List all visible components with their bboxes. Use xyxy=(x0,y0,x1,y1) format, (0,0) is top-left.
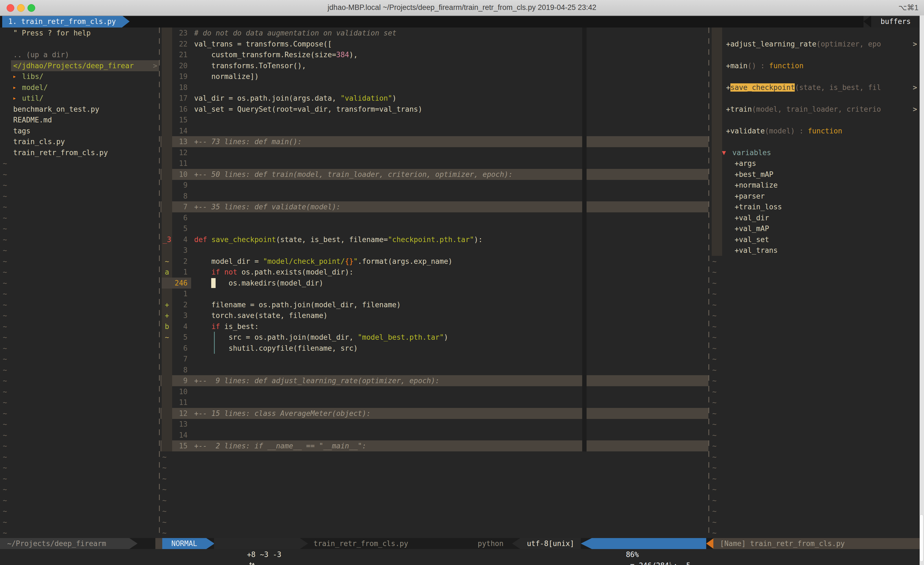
folded-line[interactable]: 15+-- 2 lines: if __name__ == "__main__"… xyxy=(160,440,708,451)
code-line[interactable]: 15 xyxy=(160,114,708,125)
line-number: 13 xyxy=(172,419,188,430)
empty-line: ~ xyxy=(710,419,919,430)
tree-item[interactable]: ▸model/ xyxy=(0,82,159,93)
tag-item[interactable]: +val_dir xyxy=(710,212,919,223)
window-separator[interactable] xyxy=(708,27,709,538)
tag-item[interactable]: +train_loss xyxy=(710,201,919,212)
code-line[interactable]: 1a if not os.path.exists(model_dir): xyxy=(160,266,708,278)
editor-panel[interactable]: 23# do not do data augmentation on valid… xyxy=(160,27,708,538)
command-line[interactable] xyxy=(0,549,924,565)
code-line[interactable]: 2~ model_dir = "model/check_point/{}".fo… xyxy=(160,256,708,267)
tag-item[interactable]: +val_mAP xyxy=(710,223,919,234)
tag-item[interactable]: +validate(model) : function xyxy=(710,125,919,137)
code-line[interactable]: 17val_dir = os.path.join(args.data, "val… xyxy=(160,93,708,104)
tag-kind-header[interactable]: ▼variables xyxy=(710,147,919,158)
code-line[interactable]: 12 xyxy=(160,147,708,158)
code-line[interactable]: 5~ src = os.path.join(model_dir, "model_… xyxy=(160,332,708,343)
code-line[interactable]: 6 shutil.copyfile(filename, src) xyxy=(160,343,708,354)
tree-item[interactable] xyxy=(0,39,159,50)
code-token xyxy=(194,322,212,331)
tag-item[interactable]: +normalize xyxy=(710,180,919,191)
code-line[interactable]: 4b if is_best: xyxy=(160,321,708,332)
hunks-summary: +8 ~3 -3 xyxy=(247,550,281,559)
code-line[interactable]: 11 xyxy=(160,397,708,408)
tilde-marker: ~ xyxy=(3,419,7,430)
code-line[interactable]: 7 xyxy=(160,353,708,364)
code-line[interactable]: 18 xyxy=(160,82,708,93)
folded-line[interactable]: 12+-- 15 lines: class AverageMeter(objec… xyxy=(160,408,708,419)
chevron-right-icon[interactable]: ▸ xyxy=(13,93,16,104)
folded-line[interactable]: 13+-- 73 lines: def main(): xyxy=(160,136,708,147)
code-line[interactable]: 1 xyxy=(160,288,708,299)
code-line[interactable]: 14 xyxy=(160,125,708,137)
code-line[interactable]: 4_3def save_checkpoint(state, is_best, f… xyxy=(160,234,708,245)
left-notch-icon xyxy=(864,15,871,27)
scrollbar-track[interactable] xyxy=(920,15,924,565)
tilde-marker: ~ xyxy=(3,201,7,212)
line-number: 10 xyxy=(172,169,188,180)
tabline-buffers[interactable]: buffers xyxy=(864,15,920,27)
code-line[interactable]: 13 xyxy=(160,419,708,430)
empty-line: ~ xyxy=(710,364,919,376)
tree-item-label: README.md xyxy=(13,114,52,125)
color-column xyxy=(582,27,586,451)
folded-line[interactable]: 10+-- 50 lines: def train(model, train_l… xyxy=(160,169,708,180)
tag-item[interactable]: +parser xyxy=(710,191,919,201)
fold-text: +-- 9 lines: def adjust_learning_rate(op… xyxy=(194,375,440,386)
tree-item[interactable]: README.md xyxy=(0,114,159,125)
code-line[interactable]: 23# do not do data augmentation on valid… xyxy=(160,27,708,39)
code-line[interactable]: 9 xyxy=(160,180,708,191)
code-line[interactable]: 11 xyxy=(160,158,708,169)
tag-item[interactable]: +val_trans xyxy=(710,245,919,256)
code-line[interactable]: 8 xyxy=(160,191,708,201)
tree-item[interactable]: ▸libs/ xyxy=(0,71,159,82)
tab-train-retr-from-cls[interactable]: 1. train_retr_from_cls.py xyxy=(2,15,129,27)
tree-item[interactable]: train_retr_from_cls.py xyxy=(0,147,159,158)
tag-item[interactable]: +train(model, train_loader, criterio> xyxy=(710,104,919,115)
tree-item[interactable]: .. (up a dir) xyxy=(0,49,159,60)
tag-item[interactable]: +save_checkpoint(state, is_best, fil> xyxy=(710,82,919,93)
code-line[interactable]: 10 xyxy=(160,386,708,397)
code-line[interactable]: 16val_set = QuerySet(root=val_dir, trans… xyxy=(160,104,708,115)
code-line[interactable]: 19 normalize]) xyxy=(160,71,708,82)
tree-item[interactable]: tags xyxy=(0,125,159,137)
tag-item[interactable]: +main() : function xyxy=(710,60,919,71)
tilde-marker: ~ xyxy=(712,484,717,495)
tree-item[interactable]: </jdhao/Projects/deep_firear> xyxy=(0,60,159,71)
window-separator[interactable] xyxy=(159,27,160,538)
tree-item-label: train_cls.py xyxy=(13,136,65,147)
tree-item-text: util/ xyxy=(22,94,44,102)
code-line[interactable]: 6 xyxy=(160,212,708,223)
code-token: # do not do data augmentation on validat… xyxy=(194,29,396,37)
code-line[interactable]: 5 xyxy=(160,223,708,234)
tilde-marker: ~ xyxy=(712,517,717,527)
empty-line: ~ xyxy=(710,527,919,538)
code-line[interactable]: 22val_trans = transforms.Compose([ xyxy=(160,39,708,50)
triangle-down-icon[interactable]: ▼ xyxy=(722,147,726,158)
tag-item[interactable]: +args xyxy=(710,158,919,169)
chevron-right-icon[interactable]: ▸ xyxy=(13,71,16,82)
code-line[interactable]: 2+ filename = os.path.join(model_dir, fi… xyxy=(160,299,708,310)
empty-line: ~ xyxy=(0,506,159,517)
tree-item[interactable]: ▸util/ xyxy=(0,93,159,104)
code-line[interactable]: 8 xyxy=(160,364,708,376)
tree-item[interactable]: benchmark_on_test.py xyxy=(0,104,159,115)
code-line[interactable]: 21 custom_transform.Resize(size=384), xyxy=(160,49,708,60)
folded-line[interactable]: 9+-- 9 lines: def adjust_learning_rate(o… xyxy=(160,375,708,386)
code-line[interactable]: 14 xyxy=(160,430,708,441)
code-line[interactable]: 20 transforms.ToTensor(), xyxy=(160,60,708,71)
chevron-right-icon[interactable]: ▸ xyxy=(13,82,16,93)
tag-item xyxy=(710,136,919,147)
folded-line[interactable]: 7+-- 35 lines: def validate(model): xyxy=(160,201,708,212)
tag-item[interactable]: +adjust_learning_rate(optimizer, epo> xyxy=(710,39,919,50)
tree-item[interactable]: " Press ? for help xyxy=(0,27,159,39)
tag-item[interactable]: +val_set xyxy=(710,234,919,245)
text-cursor xyxy=(211,278,216,288)
empty-line: ~ xyxy=(160,506,708,517)
scrollbar-thumb[interactable] xyxy=(920,514,924,562)
code-line[interactable]: 246 os.makedirs(model_dir) xyxy=(160,278,708,289)
code-line[interactable]: 3+ torch.save(state, filename) xyxy=(160,310,708,321)
code-line[interactable]: 3 xyxy=(160,245,708,256)
tag-item[interactable]: +best_mAP xyxy=(710,169,919,180)
tree-item[interactable]: train_cls.py xyxy=(0,136,159,147)
